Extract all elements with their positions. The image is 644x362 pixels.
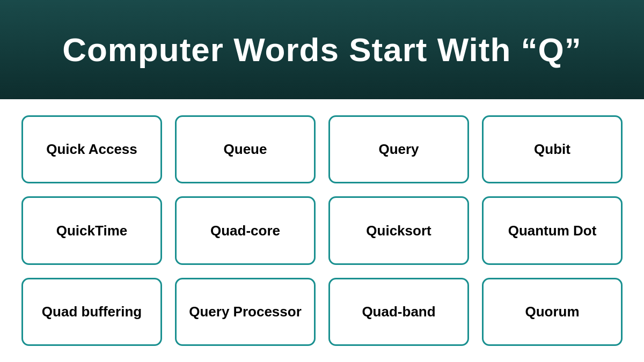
- card-quick-access[interactable]: Quick Access: [21, 115, 162, 183]
- card-label-queue: Queue: [224, 141, 267, 158]
- card-quad-band[interactable]: Quad-band: [328, 278, 469, 346]
- card-label-quad-band: Quad-band: [362, 303, 435, 321]
- card-label-quorum: Quorum: [525, 303, 579, 321]
- content-area: Quick AccessQueueQueryQubitQuickTimeQuad…: [0, 99, 644, 362]
- card-label-quad-core: Quad-core: [210, 222, 280, 240]
- card-label-quick-access: Quick Access: [46, 141, 137, 158]
- card-label-quantum-dot: Quantum Dot: [508, 222, 597, 240]
- card-quicktime[interactable]: QuickTime: [21, 196, 162, 264]
- card-query-processor[interactable]: Query Processor: [175, 278, 316, 346]
- card-quicksort[interactable]: Quicksort: [328, 196, 469, 264]
- card-label-quicktime: QuickTime: [56, 222, 127, 240]
- card-query[interactable]: Query: [328, 115, 469, 183]
- card-qubit[interactable]: Qubit: [482, 115, 623, 183]
- page-title: Computer Words Start With “Q”: [62, 31, 582, 69]
- card-label-quad-buffering: Quad buffering: [42, 303, 142, 321]
- card-quantum-dot[interactable]: Quantum Dot: [482, 196, 623, 264]
- card-quorum[interactable]: Quorum: [482, 278, 623, 346]
- card-quad-buffering[interactable]: Quad buffering: [21, 278, 162, 346]
- card-quad-core[interactable]: Quad-core: [175, 196, 316, 264]
- word-grid: Quick AccessQueueQueryQubitQuickTimeQuad…: [21, 115, 623, 346]
- card-label-query-processor: Query Processor: [189, 303, 302, 321]
- card-queue[interactable]: Queue: [175, 115, 316, 183]
- card-label-qubit: Qubit: [534, 141, 570, 158]
- card-label-quicksort: Quicksort: [366, 222, 431, 240]
- page-header: Computer Words Start With “Q”: [0, 0, 644, 99]
- card-label-query: Query: [378, 141, 419, 158]
